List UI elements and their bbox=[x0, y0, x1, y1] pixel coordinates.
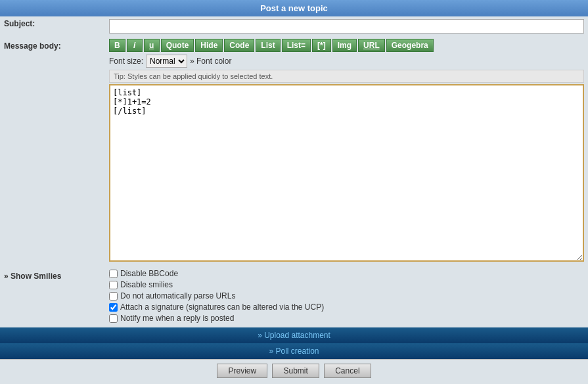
upload-attachment-link[interactable]: » Upload attachment bbox=[258, 331, 330, 340]
message-body-cell: B i u Quote Hide Code List List= [*] Img… bbox=[105, 36, 588, 266]
cancel-button[interactable]: Cancel bbox=[324, 364, 371, 378]
notify-reply-label: Notify me when a reply is posted bbox=[120, 314, 234, 323]
message-body-label: Message body: bbox=[0, 36, 105, 266]
tip-bar: Tip: Styles can be applied quickly to se… bbox=[109, 70, 584, 83]
submit-row: Preview Submit Cancel bbox=[0, 359, 588, 382]
italic-button[interactable]: i bbox=[127, 39, 143, 52]
bold-button[interactable]: B bbox=[109, 39, 125, 52]
no-url-parse-label: Do not automatically parse URLs bbox=[120, 291, 235, 300]
code-button[interactable]: Code bbox=[224, 39, 254, 52]
subject-label: Subject: bbox=[0, 16, 105, 36]
font-options-row: Font size: Tiny Small Normal Large Huge … bbox=[109, 55, 584, 68]
submit-button[interactable]: Submit bbox=[272, 364, 319, 378]
show-smilies-link[interactable]: » Show Smilies bbox=[4, 272, 101, 281]
img-button[interactable]: Img bbox=[332, 39, 357, 52]
attach-signature-label: Attach a signature (signatures can be al… bbox=[120, 302, 324, 312]
upload-attachment-bar[interactable]: » Upload attachment bbox=[0, 327, 588, 343]
toolbar: B i u Quote Hide Code List List= [*] Img… bbox=[109, 39, 584, 52]
list-equal-button[interactable]: List= bbox=[282, 39, 311, 52]
hide-button[interactable]: Hide bbox=[195, 39, 223, 52]
form-table: Subject: Message body: B i u Quote Hide … bbox=[0, 16, 588, 327]
attach-signature-checkbox[interactable] bbox=[109, 303, 118, 312]
disable-bbcode-label: Disable BBCode bbox=[120, 269, 178, 278]
page-title: Post a new topic bbox=[0, 0, 588, 16]
notify-reply-option[interactable]: Notify me when a reply is posted bbox=[109, 314, 584, 323]
underline-button[interactable]: u bbox=[144, 39, 160, 52]
poll-creation-link[interactable]: » Poll creation bbox=[269, 347, 319, 356]
font-color-label[interactable]: » Font color bbox=[190, 57, 231, 66]
disable-smilies-checkbox[interactable] bbox=[109, 281, 118, 289]
font-size-label: Font size: bbox=[109, 57, 143, 66]
page-wrapper: Post a new topic Subject: Message body: … bbox=[0, 0, 588, 382]
no-url-parse-option[interactable]: Do not automatically parse URLs bbox=[109, 291, 584, 300]
list-button[interactable]: List bbox=[256, 39, 280, 52]
list-item-button[interactable]: [*] bbox=[312, 39, 331, 52]
url-button[interactable]: URL bbox=[358, 39, 385, 52]
notify-reply-checkbox[interactable] bbox=[109, 314, 118, 323]
no-url-parse-checkbox[interactable] bbox=[109, 292, 118, 300]
quote-button[interactable]: Quote bbox=[161, 39, 194, 52]
preview-button[interactable]: Preview bbox=[217, 364, 267, 378]
disable-smilies-option[interactable]: Disable smilies bbox=[109, 280, 584, 289]
disable-smilies-label: Disable smilies bbox=[120, 280, 173, 289]
poll-creation-bar[interactable]: » Poll creation bbox=[0, 343, 588, 359]
smilies-cell: » Show Smilies bbox=[0, 266, 105, 327]
disable-bbcode-option[interactable]: Disable BBCode bbox=[109, 269, 584, 278]
options-cell: Disable BBCode Disable smilies Do not au… bbox=[105, 266, 588, 327]
disable-bbcode-checkbox[interactable] bbox=[109, 270, 118, 278]
geogebra-button[interactable]: Geogebra bbox=[386, 39, 434, 52]
font-size-select[interactable]: Tiny Small Normal Large Huge bbox=[146, 55, 187, 68]
subject-cell bbox=[105, 16, 588, 36]
attach-signature-option[interactable]: Attach a signature (signatures can be al… bbox=[109, 302, 584, 312]
message-textarea[interactable]: [list] [*]1+1=2 [/list] bbox=[109, 84, 584, 262]
subject-input[interactable] bbox=[109, 19, 584, 34]
